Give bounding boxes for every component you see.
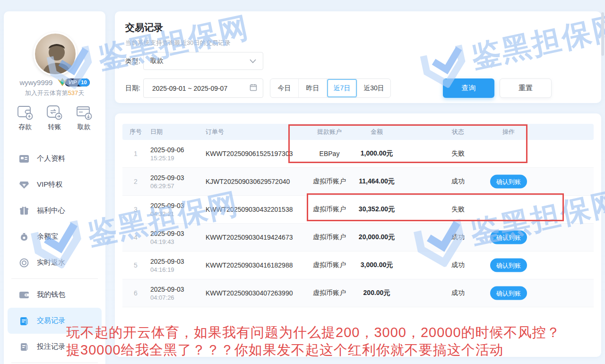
sidebar: wywy9999 VIP 10 加入开云体育第537天 存款 [4, 11, 105, 364]
transfer-arrows-icon [46, 104, 63, 120]
row-date: 2025-09-0304:32:21 [150, 202, 205, 217]
row-date: 2025-09-0304:19:43 [150, 230, 205, 245]
row-action: 确认到账 [480, 175, 537, 189]
header-status: 状态 [430, 128, 486, 136]
wallet-icon [19, 290, 29, 300]
range-today-button[interactable]: 今日 [270, 79, 299, 97]
sidebar-item-label: 福利中心 [37, 206, 65, 215]
range-last30days-button[interactable]: 近30日 [357, 79, 390, 97]
header-date: 日期 [150, 128, 205, 136]
transactions-table-panel: 序号 日期 订单号 提款账户 金额 状态 操作 12025-09-0615:25… [115, 113, 601, 357]
row-seq: 3 [122, 206, 149, 213]
sidebar-item-label: 余额宝 [37, 232, 58, 241]
deposit-wallet-icon [17, 104, 34, 120]
confirm-received-button[interactable]: 确认到账 [490, 286, 527, 300]
row-action: 确认到账 [480, 259, 537, 272]
range-last7days-button[interactable]: 近7日 [327, 79, 357, 97]
table-row: 62025-09-0304:07:26KWWT20250903040726399… [122, 279, 594, 307]
page-subtitle: 当前系统支持查询最近30日的交易记录 [125, 39, 230, 47]
row-amount: 1,000.00元 [348, 149, 405, 158]
row-seq: 4 [122, 234, 149, 241]
query-button[interactable]: 查询 [443, 78, 494, 98]
sidebar-item-vip[interactable]: VIP特权 [4, 172, 105, 198]
row-status: 失败 [430, 149, 486, 158]
transfer-label: 转账 [48, 123, 61, 131]
sidebar-item-label: 投注记录 [37, 342, 65, 351]
sidebar-item-wallet[interactable]: 我的钱包 [4, 282, 105, 308]
calendar-icon [250, 84, 257, 93]
menu-divider [11, 363, 98, 363]
username: wywy9999 [19, 78, 52, 87]
table-row: 42025-09-0304:19:43KWWT20250903041942467… [122, 224, 594, 251]
joined-days-number: 537 [68, 89, 78, 96]
row-amount: 11,464.00元 [348, 177, 405, 186]
row-action: 确认到账 [480, 231, 537, 244]
table-header: 序号 日期 订单号 提款账户 金额 状态 操作 [122, 124, 594, 140]
row-seq: 2 [122, 178, 149, 185]
money-bag-icon [19, 232, 29, 242]
row-status: 成功 [430, 261, 486, 269]
table-row: 12025-09-0615:25:19KWWT20250906152519730… [122, 140, 594, 168]
deposit-button[interactable]: 存款 [17, 104, 34, 131]
confirm-received-button[interactable]: 确认到账 [490, 175, 527, 189]
sidebar-item-rebate[interactable]: 实时返水 [4, 250, 105, 276]
quick-range-group: 今日 昨日 近7日 近30日 [270, 78, 391, 98]
header-seq: 序号 [122, 128, 149, 136]
vip-gem-icon [57, 78, 68, 87]
joined-days-text: 加入开云体育第537天 [4, 89, 105, 97]
sidebar-item-yuebao[interactable]: 余额宝 [4, 224, 105, 250]
annotation-line1: 玩不起的开云体育，如果我有问题为什么提200，3000，20000的时候不风控？ [66, 323, 561, 342]
sidebar-item-label: 交易记录 [37, 316, 65, 325]
sidebar-item-label: 实时返水 [37, 258, 65, 267]
deposit-label: 存款 [18, 123, 32, 131]
row-amount: 3,000.00元 [348, 261, 405, 269]
row-status: 成功 [430, 177, 486, 186]
scrollbar-thumb[interactable] [601, 12, 604, 56]
range-yesterday-button[interactable]: 昨日 [299, 79, 327, 97]
row-date: 2025-09-0304:07:26 [150, 286, 205, 301]
withdraw-card-icon [76, 104, 93, 120]
gem-icon [19, 180, 29, 190]
header-amount: 金额 [348, 128, 405, 136]
type-select[interactable]: 取款 [143, 52, 263, 70]
table-row: 32025-09-0304:32:21KWWT20250903043220153… [122, 196, 594, 224]
row-date: 2025-09-0306:29:57 [150, 174, 205, 190]
row-amount: 30,352.00元 [348, 205, 405, 214]
withdraw-button[interactable]: 取款 [76, 104, 93, 131]
withdraw-label: 取款 [78, 123, 91, 131]
table-body: 12025-09-0615:25:19KWWT20250906152519730… [122, 140, 594, 307]
quick-actions: 存款 转账 取款 [4, 104, 105, 131]
row-seq: 6 [122, 289, 149, 297]
person-silhouette-icon [40, 40, 74, 76]
header-action: 操作 [480, 128, 537, 136]
annotation-line2: 提30000给我全黑了？？？你如果发不起这个红利你就不要搞这个活动 [66, 341, 504, 360]
row-date: 2025-09-0304:16:19 [150, 258, 205, 273]
user-avatar[interactable] [34, 32, 77, 76]
row-status: 成功 [430, 289, 486, 297]
sidebar-item-profile[interactable]: 个人资料 [4, 146, 105, 172]
transaction-record-icon [19, 316, 29, 326]
vip-badge: VIP 10 [57, 78, 90, 87]
sidebar-item-welfare[interactable]: 福利中心 [4, 198, 105, 224]
confirm-received-button[interactable]: 确认到账 [490, 259, 527, 272]
row-amount: 200.00元 [348, 289, 405, 297]
vip-level: 10 [78, 78, 89, 87]
menu-divider [11, 278, 98, 279]
sidebar-item-label: VIP特权 [37, 180, 62, 189]
row-date: 2025-09-0615:25:19 [150, 146, 205, 162]
transfer-button[interactable]: 转账 [46, 104, 63, 131]
filter-panel: 交易记录 当前系统支持查询最近30日的交易记录 类型: 取款 日期: 2025-… [115, 11, 601, 103]
gift-icon [19, 206, 29, 216]
row-seq: 1 [122, 150, 149, 157]
row-action: 确认到账 [480, 286, 537, 300]
chevron-down-icon [250, 57, 256, 65]
reset-button[interactable]: 重置 [500, 78, 552, 98]
table-row: 22025-09-0306:29:57KJWT20250903062957204… [122, 168, 594, 196]
rebate-circle-icon [19, 258, 29, 268]
bet-record-icon [19, 342, 29, 352]
date-label: 日期: [125, 84, 140, 93]
confirm-received-button[interactable]: 确认到账 [490, 231, 527, 244]
row-amount: 20,000.00元 [348, 233, 405, 242]
row-status: 失败 [430, 205, 486, 214]
date-range-input[interactable]: 2025-09-01 ~ 2025-09-07 [143, 78, 263, 98]
